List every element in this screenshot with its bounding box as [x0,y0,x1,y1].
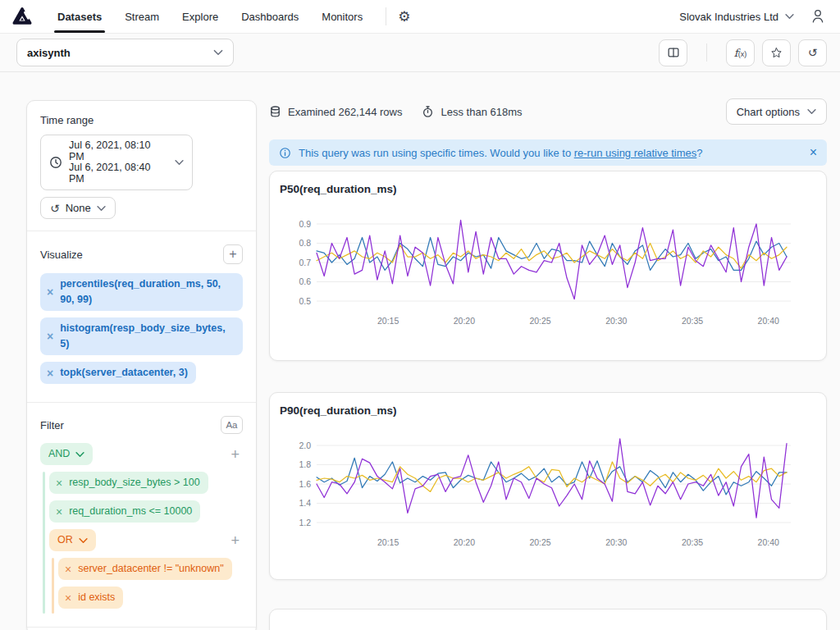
case-sensitivity-button[interactable]: Aa [221,416,243,434]
nav-divider [386,7,386,25]
query-duration-stat: Less than 618ms [422,105,522,118]
docs-book-button[interactable] [659,39,687,66]
chart-options-button[interactable]: Chart options [726,98,827,125]
filter-group-operator[interactable]: AND [40,443,93,465]
functions-button[interactable]: f(x) [726,39,755,66]
clock-icon [49,156,62,169]
chevron-down-icon [79,537,88,544]
chart-title: P90(req_duration_ms) [270,393,826,417]
user-avatar-button[interactable] [809,7,827,25]
dataset-select[interactable]: axisynth [16,39,234,66]
line-chart[interactable]: 0.90.80.70.60.520:1520:2020:2520:3020:35… [270,197,826,330]
filter-subgroup-operator[interactable]: OR [49,529,96,551]
compare-value: None [66,202,91,214]
chevron-down-icon [213,49,223,56]
svg-text:2.0: 2.0 [299,441,311,450]
chart-card: P90(req_duration_ms) 2.01.81.61.41.220:1… [269,392,827,580]
visualize-chip[interactable]: ×percentiles(req_duration_ms, 50, 90, 99… [40,273,243,311]
filter-condition-chip[interactable]: ×id exists [58,587,123,609]
add-filter-icon[interactable]: + [227,447,243,462]
org-name: Slovak Industries Ltd [679,11,778,23]
time-range-selector[interactable]: Jul 6, 2021, 08:10 PM Jul 6, 2021, 08:40… [40,135,193,190]
toolbar-divider [706,43,707,62]
chart-card: P50(req_duration_ms) 0.90.80.70.60.520:1… [269,171,827,361]
svg-text:1.4: 1.4 [299,498,311,508]
chevron-down-icon [785,13,794,20]
settings-gear-icon[interactable]: ⚙ [398,10,410,24]
panel-footer [27,627,256,630]
visualize-chip[interactable]: ×histogram(resp_body_size_bytes, 5) [40,317,243,355]
svg-text:20:20: 20:20 [454,537,475,547]
svg-text:20:35: 20:35 [682,537,703,547]
time-range-from: Jul 6, 2021, 08:10 PM [69,140,168,162]
visualize-chip[interactable]: ×topk(server_datacenter, 3) [40,362,196,384]
primary-nav: DatasetsStreamExploreDashboardsMonitors [46,0,374,33]
query-history-button[interactable]: ↺ [798,39,827,66]
time-range-section: Time range Jul 6, 2021, 08:10 PM Jul 6, … [27,101,256,231]
svg-text:0.6: 0.6 [299,276,311,286]
star-icon [769,46,783,60]
svg-text:20:25: 20:25 [529,316,550,326]
axiom-logo[interactable] [11,6,33,27]
favorite-button[interactable] [762,39,791,66]
svg-text:1.2: 1.2 [299,518,311,527]
compare-against-selector[interactable]: ↺ None [40,197,116,219]
svg-text:0.8: 0.8 [299,238,311,248]
chevron-down-icon [75,451,84,458]
svg-text:20:15: 20:15 [377,316,399,326]
rows-examined-stat: Examined 262,144 rows [269,105,402,118]
svg-text:20:35: 20:35 [682,316,703,326]
query-builder-panel: Time range Jul 6, 2021, 08:10 PM Jul 6, … [26,100,257,630]
info-icon [279,147,291,159]
chevron-down-icon [175,159,184,166]
nav-item-monitors[interactable]: Monitors [310,0,374,33]
database-icon [269,105,281,118]
filter-condition-chip[interactable]: ×req_duration_ms <= 10000 [49,500,200,523]
chevron-down-icon [807,108,816,115]
add-subfilter-icon[interactable]: + [227,533,243,548]
rerun-relative-times-link[interactable]: re-run using relative times [574,147,697,159]
filter-group-and: ×resp_body_size_bytes > 100×req_duration… [40,472,243,615]
nav-item-stream[interactable]: Stream [113,0,171,33]
or-conditions: ×server_datacenter != "unknown"×id exist… [49,558,243,615]
docs-book-icon [666,45,681,60]
top-nav: DatasetsStreamExploreDashboardsMonitors … [0,0,840,34]
remove-filter-icon[interactable]: × [65,592,71,604]
visualize-section: Visualize + ×percentiles(req_duration_ms… [27,231,256,402]
chevron-down-icon [97,205,106,212]
remove-filter-icon[interactable]: × [56,506,62,518]
nav-item-explore[interactable]: Explore [171,0,230,33]
svg-text:1.8: 1.8 [299,459,311,469]
svg-text:20:30: 20:30 [605,316,627,326]
filter-condition-chip[interactable]: ×server_datacenter != "unknown" [58,558,232,580]
svg-text:20:40: 20:40 [758,537,779,547]
relative-time-banner: This query was run using specific times.… [269,139,827,166]
query-stats-row: Examined 262,144 rows Less than 618ms Ch… [269,98,827,125]
svg-text:1.6: 1.6 [299,479,311,489]
svg-text:0.9: 0.9 [299,219,311,229]
history-icon: ↺ [50,203,60,214]
remove-visualization-icon[interactable]: × [47,368,53,379]
remove-filter-icon[interactable]: × [65,564,71,575]
svg-text:20:40: 20:40 [758,316,779,326]
remove-filter-icon[interactable]: × [56,477,62,489]
banner-text: This query was run using specific times.… [299,147,703,159]
banner-close-icon[interactable]: × [810,146,817,159]
remove-visualization-icon[interactable]: × [47,286,53,298]
svg-text:0.5: 0.5 [299,296,311,306]
dataset-toolbar: axisynth f(x) ↺ [0,34,840,72]
line-chart[interactable]: 2.01.81.61.41.220:1520:2020:2520:3020:35… [270,418,826,551]
and-conditions: ×resp_body_size_bytes > 100×req_duration… [49,472,243,529]
chart-title: P50(req_duration_ms) [270,171,826,195]
remove-visualization-icon[interactable]: × [47,331,53,342]
nav-item-datasets[interactable]: Datasets [46,0,113,33]
visualize-label: Visualize [40,249,83,261]
user-icon [809,7,827,25]
svg-text:0.7: 0.7 [299,258,311,267]
filter-condition-chip[interactable]: ×resp_body_size_bytes > 100 [49,472,208,494]
org-selector[interactable]: Slovak Industries Ltd [679,11,794,23]
add-visualization-button[interactable]: + [223,244,243,264]
nav-item-dashboards[interactable]: Dashboards [230,0,310,33]
svg-text:20:25: 20:25 [529,537,550,547]
stopwatch-icon [422,105,434,118]
